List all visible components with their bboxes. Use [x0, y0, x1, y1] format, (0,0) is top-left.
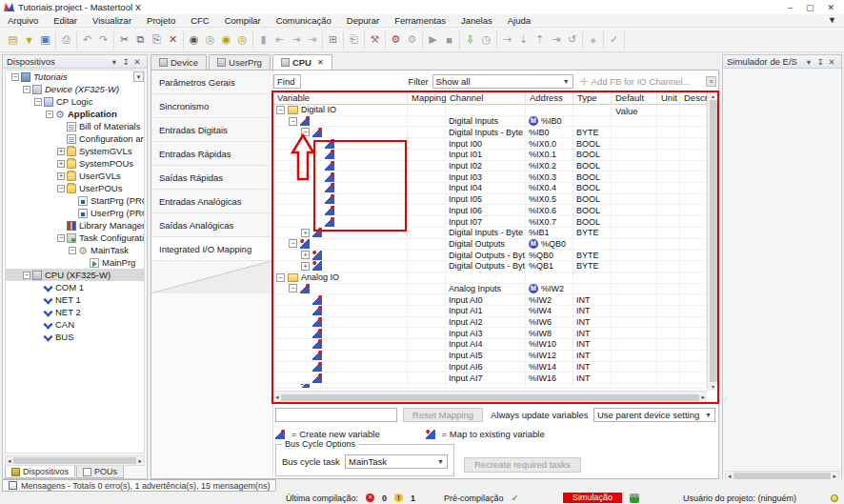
tree-item-com-1[interactable]: COM 1 [6, 281, 144, 293]
expand-icon[interactable]: + [301, 229, 310, 237]
tree-item-cpu-xf325-w-[interactable]: −CPU (XF325-W) [6, 269, 144, 281]
filter-select[interactable]: Show all▼ [432, 74, 573, 89]
bookmark-icon[interactable]: ▮ [255, 31, 271, 48]
settings-item-entradas-r-pidas[interactable]: Entradas Rápidas [151, 142, 272, 166]
column-header-default-value[interactable]: Default Value [612, 91, 657, 105]
column-header-type[interactable]: Type [573, 91, 612, 105]
table-row[interactable]: Input I02%IX0.2BOOL [273, 161, 707, 172]
table-row[interactable]: Input AI3%IW8INT [273, 328, 707, 339]
tree-item-bus[interactable]: BUS [6, 331, 144, 343]
table-row[interactable]: −Digital Inputs - Byte 0%IB0BYTE [273, 127, 707, 138]
table-row[interactable]: Input AI2%IW6INT [273, 317, 707, 329]
tree-item-startprg-prg-[interactable]: StartPrg (PRG) [6, 194, 144, 207]
expand-icon[interactable]: + [57, 148, 65, 155]
paste-icon[interactable]: ⎘ [149, 31, 165, 48]
collapse-icon[interactable]: − [69, 247, 76, 254]
table-row[interactable]: +Digital Inputs - Byte 1%IB1BYTE [273, 228, 707, 239]
table-row[interactable]: Input AI6%IW14INT [273, 362, 707, 373]
new-file-icon[interactable]: ▤ [5, 31, 21, 48]
table-row[interactable]: −Analog InputsM%IW2 [273, 284, 707, 295]
panel-pin-icon[interactable]: ↧ [120, 57, 131, 67]
variable-name-input[interactable] [275, 408, 397, 422]
replace-icon[interactable]: ◎ [234, 31, 251, 48]
bus-cycle-task-select[interactable]: MainTask▼ [345, 454, 448, 469]
expand-icon[interactable]: + [57, 172, 65, 180]
settings-item-sa-das-r-pidas[interactable]: Saídas Rápidas [151, 166, 272, 190]
expand-icon[interactable]: + [57, 160, 65, 168]
collapse-icon[interactable]: − [289, 117, 297, 126]
step-over-icon[interactable]: ⇢ [499, 31, 515, 48]
collapse-icon[interactable]: − [289, 239, 297, 248]
collapse-icon[interactable]: − [23, 272, 30, 279]
menu-editar[interactable]: Editar [46, 15, 85, 26]
table-row[interactable]: +Digital Outputs - Byte 0%QB0BYTE [273, 250, 707, 261]
dock-tab-pous[interactable]: POUs [76, 466, 124, 478]
table-row[interactable]: Input AI4%IW10INT [273, 339, 707, 351]
collapse-icon[interactable]: − [276, 273, 285, 282]
editor-tab-userprg[interactable]: UserPrg [209, 54, 271, 70]
undo-icon[interactable]: ↶ [79, 31, 95, 48]
funnel-icon[interactable]: ▼ [828, 15, 836, 25]
table-row[interactable]: Input I01%IX0.1BOOL [273, 150, 707, 161]
table-row[interactable]: −Digital IO [273, 105, 707, 116]
table-row[interactable] [273, 384, 707, 389]
bookmark-clear-icon[interactable]: ⇥ [304, 31, 320, 48]
tree-filter-dropdown[interactable]: ▾ [133, 71, 144, 82]
table-row[interactable]: Input AI7%IW16INT [273, 373, 707, 384]
tree-item-task-configuration[interactable]: −Task Configuration [6, 232, 144, 244]
tree-item-application[interactable]: −⚙Application [6, 108, 144, 120]
tree-item-usergvls[interactable]: +UserGVLs [6, 170, 144, 182]
tree-item-maintask[interactable]: −⚙MainTask [6, 244, 144, 256]
tree-item-can[interactable]: CAN [6, 318, 144, 331]
minimize-button[interactable]: – [788, 3, 793, 12]
table-row[interactable]: −Analog IO [273, 272, 707, 284]
menu-ferramentas[interactable]: Ferramentas [387, 15, 453, 26]
settings-item-par-metros-gerais[interactable]: Parâmetros Gerais [151, 71, 272, 94]
maximize-button[interactable]: ▢ [806, 3, 814, 12]
open-file-icon[interactable]: ▼ [21, 31, 37, 48]
table-row[interactable]: Input I06%IX0.6BOOL [273, 205, 707, 216]
build-icon[interactable]: ⚒ [367, 31, 383, 48]
editor-tab-device[interactable]: Device [151, 54, 207, 70]
settings-item-integrated-i-o-mapping[interactable]: Integrated I/O Mapping [151, 237, 272, 261]
collapse-icon[interactable]: − [11, 73, 19, 81]
redo-icon[interactable]: ↷ [95, 31, 111, 48]
collapse-icon[interactable]: − [34, 98, 42, 106]
editor-tab-cpu[interactable]: CPU✕ [272, 54, 332, 70]
collapse-icon[interactable]: − [276, 106, 285, 114]
find-icon[interactable]: ◉ [186, 31, 202, 48]
cut-icon[interactable]: ✂ [116, 31, 132, 48]
tree-item-userpous[interactable]: −UserPOUs [6, 182, 144, 194]
table-row[interactable]: −Digital OutputsM%QB0 [273, 239, 707, 251]
stop-icon[interactable]: ■ [441, 31, 457, 48]
collapse-icon[interactable]: − [57, 234, 65, 242]
find-next-icon[interactable]: ◎ [202, 31, 218, 48]
menu-compilar[interactable]: Compilar [217, 15, 269, 26]
column-header-descri[interactable]: Descri [680, 91, 707, 105]
tree-item-userprg-prg-[interactable]: UserPrg (PRG) [6, 207, 144, 219]
login-icon[interactable]: ⇩ [462, 31, 478, 48]
run-to-cursor-icon[interactable]: ⇥ [548, 31, 564, 48]
tab-close-icon[interactable]: ✕ [317, 58, 324, 67]
table-row[interactable]: Input AI0%IW2INT [273, 294, 707, 306]
settings-item-sincronismo[interactable]: Sincronismo [151, 94, 272, 118]
menu-projeto[interactable]: Projeto [139, 15, 183, 26]
tree-item-cp-logic[interactable]: −CP Logic [6, 95, 144, 108]
panel-close-icon[interactable]: ✕ [826, 57, 837, 67]
bookmark-prev-icon[interactable]: ⇤ [271, 31, 288, 48]
menu-depurar[interactable]: Depurar [339, 15, 387, 26]
menu-janelas[interactable]: Janelas [453, 15, 500, 26]
menu-arquivo[interactable]: Arquivo [0, 15, 46, 26]
save-icon[interactable]: ▣ [37, 31, 53, 48]
column-header-variable[interactable]: Variable [273, 91, 408, 105]
tree-item-tutoriais[interactable]: −Tutoriais [6, 71, 144, 83]
devices-hscrollbar[interactable]: ◂▸ [5, 455, 145, 466]
expand-icon[interactable]: + [301, 251, 310, 259]
settings-item-sa-das-anal-gicas[interactable]: Saídas Analógicas [151, 213, 272, 237]
panel-options-icon[interactable]: ≡ [706, 76, 716, 87]
tree-item-systempous[interactable]: +SystemPOUs [6, 157, 144, 170]
column-header-unit[interactable]: Unit [657, 91, 680, 105]
column-header-address[interactable]: Address [526, 91, 573, 105]
dock-tab-dispositivos[interactable]: Dispositivos [5, 466, 75, 478]
step-out-icon[interactable]: ⇡ [532, 31, 548, 48]
